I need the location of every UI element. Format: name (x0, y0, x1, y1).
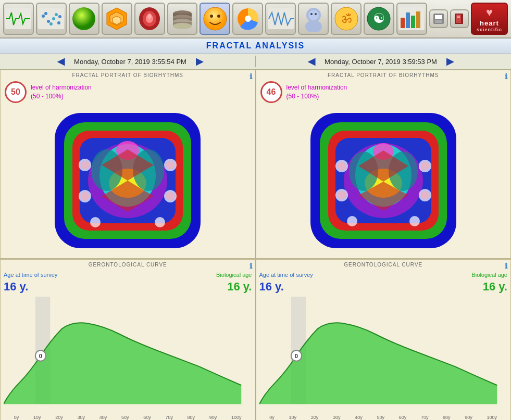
svg-point-17 (147, 14, 152, 19)
tool-wave-button[interactable] (265, 3, 296, 35)
tool-face-button[interactable] (200, 3, 230, 35)
svg-point-88 (347, 216, 357, 226)
svg-point-90 (338, 162, 346, 170)
svg-point-25 (204, 7, 227, 30)
tool-hex-button[interactable] (102, 3, 132, 35)
svg-point-3 (47, 20, 50, 23)
svg-point-91 (421, 162, 429, 170)
right-age-survey-value: 16 y. (259, 280, 284, 294)
right-geo-content: Age at time of survey Biological age 16 … (256, 269, 511, 420)
svg-text:0: 0 (294, 353, 297, 359)
right-harmony-row: 46 level of harmonization (50 - 100%) (258, 81, 347, 103)
left-geo-info-button[interactable]: ℹ (250, 262, 252, 270)
svg-point-6 (49, 22, 53, 26)
tool-fractal-button[interactable] (134, 3, 165, 35)
right-geo-panel: GERONTOLOGICAL CURVE ℹ Age at time of su… (256, 259, 512, 420)
right-fractal-title: FRACTAL PORTRAIT OF BIORHYTHMS (256, 70, 511, 79)
right-bio-age-label: Biological age (472, 272, 508, 278)
left-geo-panel: GERONTOLOGICAL CURVE ℹ Age at time of su… (0, 259, 256, 420)
left-x-axis: 0y10y20y30y40y50y60y70y80y90y100y (4, 415, 252, 420)
right-date-nav: ◀ Monday, October 7, 2019 3:59:53 PM ▶ (256, 56, 506, 67)
left-fractal-info-button[interactable]: ℹ (250, 72, 252, 81)
svg-rect-49 (456, 15, 461, 23)
svg-rect-44 (416, 11, 420, 28)
svg-point-68 (81, 161, 89, 169)
tool-yin-button[interactable]: ☯ (364, 3, 394, 35)
svg-rect-43 (411, 16, 415, 28)
right-harmony-value: 46 (267, 87, 276, 97)
right-geo-title: GERONTOLOGICAL CURVE (256, 260, 511, 269)
right-age-row: Age at time of survey Biological age (259, 272, 508, 278)
right-fractal-panel: FRACTAL PORTRAIT OF BIORHYTHMS ℹ 46 leve… (256, 70, 512, 259)
right-harmony-label: level of harmonization (286, 83, 347, 92)
right-x-axis: 0y10y20y30y40y50y60y70y80y90y100y (259, 415, 508, 420)
svg-marker-13 (113, 16, 121, 24)
left-geo-content: Age at time of survey Biological age 16 … (1, 269, 255, 420)
svg-point-27 (217, 15, 220, 18)
left-fractal-image (49, 105, 206, 256)
left-harmony-label: level of harmonization (31, 83, 92, 92)
right-prev-arrow[interactable]: ◀ (304, 56, 319, 67)
svg-point-7 (55, 13, 58, 16)
svg-point-33 (308, 10, 319, 20)
date-navigation: ◀ Monday, October 7, 2019 3:55:54 PM ▶ ◀… (0, 54, 511, 70)
svg-text:0: 0 (39, 353, 42, 359)
left-harmony-row: 50 level of harmonization (50 - 100%) (3, 81, 92, 103)
svg-point-69 (166, 161, 175, 169)
tool-stack-button[interactable] (167, 3, 198, 35)
brand-name: heart (480, 19, 499, 27)
right-date-display: Monday, October 7, 2019 3:59:53 PM (325, 58, 437, 66)
right-age-value-row: 16 y. 16 y. (259, 280, 508, 294)
left-fractal-content: 50 level of harmonization (50 - 100%) (1, 79, 255, 258)
svg-point-67 (155, 217, 165, 227)
left-age-value-row: 16 y. 16 y. (4, 280, 252, 294)
left-bio-age-value: 16 y. (227, 280, 252, 294)
right-fractal-info-button[interactable]: ℹ (505, 72, 507, 81)
svg-point-10 (72, 7, 95, 30)
tool-om-button[interactable]: ॐ (331, 3, 362, 35)
left-fractal-panel: FRACTAL PORTRAIT OF BIORHYTHMS ℹ 50 leve… (0, 70, 256, 259)
tool-ecg-button[interactable] (3, 3, 34, 35)
right-harmony-text: level of harmonization (50 - 100%) (286, 83, 347, 101)
left-harmony-value: 50 (11, 87, 20, 97)
svg-point-92 (338, 191, 346, 199)
right-geo-info-button[interactable]: ℹ (505, 262, 507, 270)
heart-icon: ♥ (486, 6, 493, 19)
left-age-row: Age at time of survey Biological age (4, 272, 252, 278)
left-geo-title: GERONTOLOGICAL CURVE (1, 260, 255, 269)
toolbar: ॐ ☯ (0, 0, 511, 39)
svg-rect-42 (406, 12, 410, 28)
fractal-panels-row: FRACTAL PORTRAIT OF BIORHYTHMS ℹ 50 leve… (0, 70, 511, 259)
svg-point-9 (58, 15, 61, 18)
svg-point-32 (305, 20, 322, 32)
right-next-arrow[interactable]: ▶ (442, 56, 458, 67)
tool-head-button[interactable] (298, 3, 329, 35)
left-next-arrow[interactable]: ▶ (192, 56, 207, 67)
svg-rect-30 (268, 8, 294, 29)
svg-point-5 (52, 17, 55, 20)
right-fractal-content: 46 level of harmonization (50 - 100%) (256, 79, 511, 258)
left-fractal-title: FRACTAL PORTRAIT OF BIORHYTHMS (1, 70, 255, 79)
right-age-survey-label: Age at time of survey (259, 272, 313, 278)
svg-point-29 (245, 16, 251, 22)
geo-panels-row: GERONTOLOGICAL CURVE ℹ Age at time of su… (0, 259, 511, 420)
tool-pie-button[interactable] (232, 3, 263, 35)
page-title: FRACTAL ANALYSIS (206, 41, 305, 50)
left-prev-arrow[interactable]: ◀ (53, 56, 69, 67)
left-age-survey-label: Age at time of survey (4, 272, 57, 278)
svg-text:ॐ: ॐ (341, 12, 352, 26)
left-harmony-circle: 50 (5, 81, 27, 103)
svg-rect-46 (435, 15, 442, 19)
svg-point-93 (421, 191, 429, 199)
tool-bar-button[interactable] (396, 3, 427, 35)
main-content: FRACTAL PORTRAIT OF BIORHYTHMS ℹ 50 leve… (0, 70, 511, 417)
tool-green-circle-button[interactable] (69, 3, 99, 35)
right-curve-chart: 0 (259, 297, 508, 415)
left-date-nav: ◀ Monday, October 7, 2019 3:55:54 PM ▶ (5, 56, 256, 67)
left-age-survey-value: 16 y. (4, 280, 28, 294)
tool-scatter-button[interactable] (36, 3, 67, 35)
save-button[interactable] (429, 9, 448, 28)
book-button[interactable] (450, 9, 469, 28)
left-date-display: Monday, October 7, 2019 3:55:54 PM (74, 58, 186, 66)
svg-point-35 (315, 13, 317, 15)
